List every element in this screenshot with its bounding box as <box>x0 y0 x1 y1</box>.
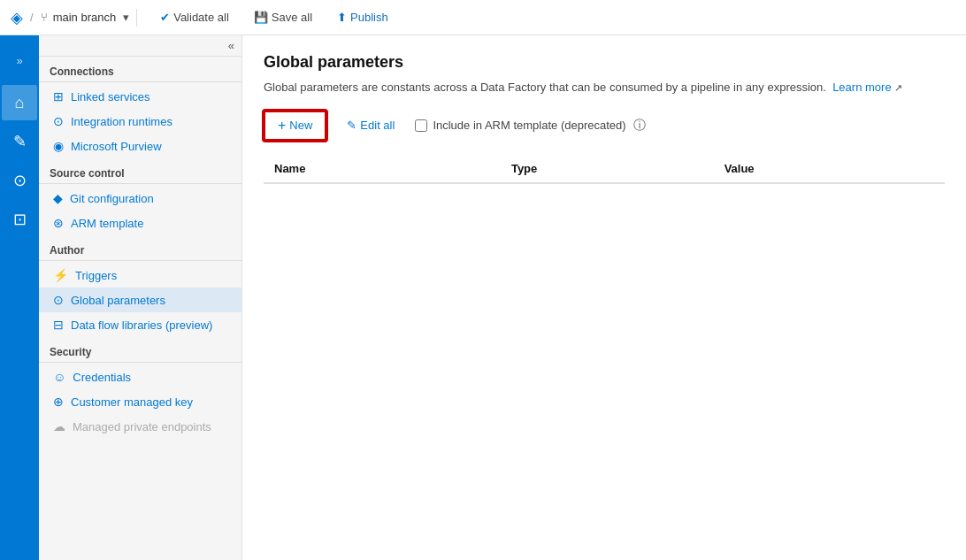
topbar: ◈ / ⑂ main branch ▾ ✔ Validate all 💾 Sav… <box>0 0 966 35</box>
brand-area: ◈ / ⑂ main branch ▾ <box>11 8 129 27</box>
sidebar-section-connections: Connections <box>39 57 242 82</box>
validate-label: Validate all <box>173 11 229 24</box>
sidebar-item-customer-managed-key[interactable]: ⊕ Customer managed key <box>39 389 242 414</box>
private-endpoints-icon: ☁ <box>53 419 65 433</box>
main-layout: » ⌂ ✎ ⊙ ⊡ « Connections ⊞ Linked service… <box>0 35 966 560</box>
sidebar-item-private-endpoints-label: Managed private endpoints <box>73 420 211 433</box>
data-flow-icon: ⊟ <box>53 318 64 332</box>
sidebar-item-data-flow-libraries[interactable]: ⊟ Data flow libraries (preview) <box>39 312 242 337</box>
table-header-row: Name Type Value <box>264 155 945 183</box>
col-type: Type <box>501 155 714 183</box>
learn-more-link[interactable]: Learn more <box>832 81 891 94</box>
include-arm-label: Include in ARM template (deprecated) <box>433 119 625 132</box>
sidebar-item-git-label: Git configuration <box>70 192 154 205</box>
breadcrumb-sep: / <box>30 11 34 24</box>
sidebar-item-microsoft-purview[interactable]: ◉ Microsoft Purview <box>39 134 242 158</box>
sidebar-item-credentials[interactable]: ☺ Credentials <box>39 364 242 389</box>
page-desc-text: Global parameters are constants across a… <box>264 81 826 94</box>
validate-all-button[interactable]: ✔ Validate all <box>155 7 234 27</box>
customer-key-icon: ⊕ <box>53 395 64 409</box>
sidebar-item-linked-services-label: Linked services <box>71 90 150 104</box>
sidebar-item-linked-services[interactable]: ⊞ Linked services <box>39 84 242 109</box>
brand-icon: ◈ <box>11 8 23 27</box>
bag-nav-button[interactable]: ⊡ <box>2 202 37 237</box>
collapse-strip-button[interactable]: » <box>2 42 37 78</box>
integration-runtimes-icon: ⊙ <box>53 114 64 128</box>
sidebar-item-data-flow-label: Data flow libraries (preview) <box>71 318 212 332</box>
sidebar-item-triggers-label: Triggers <box>75 269 117 282</box>
branch-dropdown-icon[interactable]: ▾ <box>123 11 129 24</box>
content-area: Global parameters Global parameters are … <box>242 35 966 560</box>
purview-icon: ◉ <box>53 139 64 153</box>
col-value: Value <box>714 155 945 183</box>
topbar-divider-1 <box>136 9 137 27</box>
sidebar-collapse-button[interactable]: « <box>39 35 242 57</box>
pencil-icon: ✎ <box>13 132 27 151</box>
pencil-nav-button[interactable]: ✎ <box>2 124 37 159</box>
icon-strip: » ⌂ ✎ ⊙ ⊡ <box>0 35 39 560</box>
sidebar-item-global-params-label: Global parameters <box>71 294 165 307</box>
git-icon: ◆ <box>53 191 63 205</box>
new-button[interactable]: + New <box>264 111 326 141</box>
parameters-table: Name Type Value <box>264 155 945 184</box>
sidebar-item-integration-runtimes[interactable]: ⊙ Integration runtimes <box>39 109 242 134</box>
plus-icon: + <box>278 118 286 134</box>
sidebar: « Connections ⊞ Linked services ⊙ Integr… <box>39 35 242 560</box>
triggers-icon: ⚡ <box>53 268 68 282</box>
edit-icon: ✎ <box>347 119 356 132</box>
monitor-icon: ⊙ <box>13 171 27 190</box>
linked-services-icon: ⊞ <box>53 89 64 104</box>
home-nav-button[interactable]: ⌂ <box>2 85 37 120</box>
sidebar-item-credentials-label: Credentials <box>73 371 131 384</box>
topbar-actions: ✔ Validate all 💾 Save all ⬆ Publish <box>155 7 394 27</box>
branch-label: main branch <box>53 11 117 24</box>
save-all-button[interactable]: 💾 Save all <box>249 7 318 27</box>
edit-all-label: Edit all <box>360 119 395 132</box>
external-link-icon: ↗ <box>894 82 902 93</box>
sidebar-item-arm-template[interactable]: ⊛ ARM template <box>39 211 242 235</box>
content-body: Global parameters Global parameters are … <box>242 35 966 560</box>
sidebar-section-source-control: Source control <box>39 158 242 184</box>
validate-icon: ✔ <box>160 11 170 24</box>
page-title: Global parameters <box>264 53 945 72</box>
new-button-label: New <box>289 119 312 132</box>
publish-icon: ⬆ <box>337 11 347 24</box>
save-icon: 💾 <box>254 11 268 24</box>
sidebar-item-purview-label: Microsoft Purview <box>71 140 162 153</box>
sidebar-item-integration-runtimes-label: Integration runtimes <box>71 115 172 128</box>
sidebar-item-managed-private-endpoints: ☁ Managed private endpoints <box>39 414 242 439</box>
include-arm-checkbox[interactable] <box>415 119 427 132</box>
global-params-icon: ⊙ <box>53 293 64 307</box>
sidebar-item-triggers[interactable]: ⚡ Triggers <box>39 263 242 288</box>
toolbar-row: + New ✎ Edit all Include in ARM template… <box>264 111 945 141</box>
arm-icon: ⊛ <box>53 216 64 230</box>
sidebar-section-security: Security <box>39 337 242 363</box>
monitor-nav-button[interactable]: ⊙ <box>2 163 37 198</box>
branch-icon: ⑂ <box>41 11 48 24</box>
credentials-icon: ☺ <box>53 370 65 384</box>
col-name: Name <box>264 155 501 183</box>
edit-all-button[interactable]: ✎ Edit all <box>334 112 408 138</box>
info-icon[interactable]: ⓘ <box>633 118 646 134</box>
save-label: Save all <box>272 11 312 24</box>
sidebar-item-git-configuration[interactable]: ◆ Git configuration <box>39 186 242 211</box>
publish-label: Publish <box>350 11 388 24</box>
collapse-icon: « <box>228 39 234 52</box>
bag-icon: ⊡ <box>13 210 27 229</box>
sidebar-item-global-parameters[interactable]: ⊙ Global parameters <box>39 288 242 312</box>
sidebar-item-customer-key-label: Customer managed key <box>71 395 193 409</box>
sidebar-item-arm-label: ARM template <box>71 217 143 230</box>
publish-button[interactable]: ⬆ Publish <box>332 7 394 27</box>
sidebar-section-author: Author <box>39 235 242 261</box>
page-description: Global parameters are constants across a… <box>264 79 945 96</box>
include-arm-checkbox-label[interactable]: Include in ARM template (deprecated) <box>415 119 625 132</box>
home-icon: ⌂ <box>15 94 25 112</box>
